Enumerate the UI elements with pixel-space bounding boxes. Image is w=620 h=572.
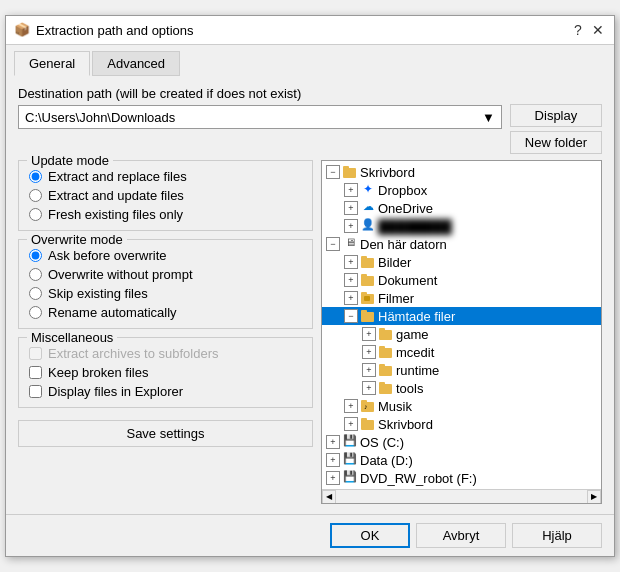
radio-skip-existing-input[interactable] [29,287,42,300]
radio-ask-before-input[interactable] [29,249,42,262]
tree-expand-dokument[interactable]: + [344,273,358,287]
tree-item-blurred[interactable]: +👤████████ [322,217,601,235]
tree-item-skrivbord2[interactable]: + Skrivbord [322,415,601,433]
update-mode-label: Update mode [27,153,113,168]
tree-item-bilder[interactable]: + Bilder [322,253,601,271]
ok-button[interactable]: OK [330,523,410,548]
check-display-explorer-label[interactable]: Display files in Explorer [48,384,183,399]
tree-item-label-skrivbord2: Skrivbord [378,417,433,432]
app-icon: 📦 [14,22,30,38]
save-settings-button[interactable]: Save settings [18,420,313,447]
tree-expand-den_har_datorn[interactable]: − [326,237,340,251]
tree-item-label-os_c: OS (C:) [360,435,404,450]
folder-tree[interactable]: − Skrivbord+✦Dropbox+☁OneDrive+👤████████… [322,161,601,489]
path-combobox[interactable]: C:\Users\John\Downloads ▼ [18,105,502,129]
tree-expand-tools[interactable]: + [362,381,376,395]
tree-item-musik[interactable]: + ♪ Musik [322,397,601,415]
check-extract-subfolders: Extract archives to subfolders [29,346,302,361]
tree-expand-onedrive[interactable]: + [344,201,358,215]
tree-expand-dvd[interactable]: + [326,471,340,485]
radio-overwrite-no-prompt-input[interactable] [29,268,42,281]
tree-expand-game[interactable]: + [362,327,376,341]
tree-item-dropbox[interactable]: +✦Dropbox [322,181,601,199]
tree-expand-blurred[interactable]: + [344,219,358,233]
tree-item-dokument[interactable]: + Dokument [322,271,601,289]
person-icon: 👤 [360,218,376,234]
tree-item-onedrive[interactable]: +☁OneDrive [322,199,601,217]
tree-expand-filmer[interactable]: + [344,291,358,305]
folder-icon [342,164,358,180]
check-keep-broken-input[interactable] [29,366,42,379]
save-btn-row: Save settings [18,420,313,447]
folder-icon [360,272,376,288]
radio-extract-replace-label[interactable]: Extract and replace files [48,169,187,184]
update-mode-group: Update mode Extract and replace files Ex… [18,160,313,231]
overwrite-mode-label: Overwrite mode [27,232,127,247]
check-keep-broken-label[interactable]: Keep broken files [48,365,148,380]
tree-expand-dropbox[interactable]: + [344,183,358,197]
radio-fresh-existing-input[interactable] [29,208,42,221]
tree-item-label-filmer: Filmer [378,291,414,306]
dropdown-arrow-icon: ▼ [482,110,495,125]
tree-item-tools[interactable]: + tools [322,379,601,397]
tree-item-hamtade_filer[interactable]: − Hämtade filer [322,307,601,325]
miscellaneous-label: Miscellaneous [27,330,117,345]
help-icon-btn[interactable]: ? [570,22,586,38]
radio-rename-auto-input[interactable] [29,306,42,319]
radio-extract-replace-input[interactable] [29,170,42,183]
dropbox-icon: ✦ [360,182,376,198]
tree-expand-hamtade_filer[interactable]: − [344,309,358,323]
folder-icon [378,380,394,396]
tree-expand-skrivbord2[interactable]: + [344,417,358,431]
tree-expand-os_c[interactable]: + [326,435,340,449]
computer-icon: 🖥 [342,236,358,252]
tree-item-label-game: game [396,327,429,342]
radio-fresh-existing: Fresh existing files only [29,207,302,222]
check-keep-broken: Keep broken files [29,365,302,380]
check-extract-subfolders-input[interactable] [29,347,42,360]
scroll-track-h [336,490,587,504]
tree-expand-musik[interactable]: + [344,399,358,413]
help-button[interactable]: Hjälp [512,523,602,548]
scroll-right-button[interactable]: ▶ [587,490,601,504]
folder-tree-panel: − Skrivbord+✦Dropbox+☁OneDrive+👤████████… [321,160,602,504]
radio-extract-update-label[interactable]: Extract and update files [48,188,184,203]
tree-item-runtime[interactable]: + runtime [322,361,601,379]
tree-item-den_har_datorn[interactable]: −🖥Den här datorn [322,235,601,253]
cancel-button[interactable]: Avbryt [416,523,506,548]
radio-fresh-existing-label[interactable]: Fresh existing files only [48,207,183,222]
tab-advanced[interactable]: Advanced [92,51,180,76]
drive-icon: 💾 [342,434,358,450]
tree-item-mcedit[interactable]: + mcedit [322,343,601,361]
tree-item-game[interactable]: + game [322,325,601,343]
tree-item-skrivbord[interactable]: − Skrivbord [322,163,601,181]
tree-expand-mcedit[interactable]: + [362,345,376,359]
tab-general[interactable]: General [14,51,90,76]
tree-item-os_c[interactable]: +💾OS (C:) [322,433,601,451]
radio-ask-before: Ask before overwrite [29,248,302,263]
radio-skip-existing-label[interactable]: Skip existing files [48,286,148,301]
music-folder-icon: ♪ [360,398,376,414]
new-folder-button[interactable]: New folder [510,131,602,154]
radio-overwrite-no-prompt-label[interactable]: Overwrite without prompt [48,267,193,282]
close-button[interactable]: ✕ [590,22,606,38]
tree-item-filmer[interactable]: + Filmer [322,289,601,307]
dest-label: Destination path (will be created if doe… [18,86,502,101]
radio-extract-update-input[interactable] [29,189,42,202]
tree-expand-runtime[interactable]: + [362,363,376,377]
radio-extract-replace: Extract and replace files [29,169,302,184]
tree-expand-data_d[interactable]: + [326,453,340,467]
tree-item-dvd[interactable]: +💾DVD_RW_robot (F:) [322,469,601,487]
radio-ask-before-label[interactable]: Ask before overwrite [48,248,167,263]
radio-rename-auto-label[interactable]: Rename automatically [48,305,177,320]
scroll-left-button[interactable]: ◀ [322,490,336,504]
check-display-explorer-input[interactable] [29,385,42,398]
tree-item-data_d[interactable]: +💾Data (D:) [322,451,601,469]
tree-item-label-musik: Musik [378,399,412,414]
tree-expand-skrivbord[interactable]: − [326,165,340,179]
check-extract-subfolders-label[interactable]: Extract archives to subfolders [48,346,219,361]
tree-expand-bilder[interactable]: + [344,255,358,269]
tree-item-label-skrivbord: Skrivbord [360,165,415,180]
display-button[interactable]: Display [510,104,602,127]
folder-icon [378,326,394,342]
